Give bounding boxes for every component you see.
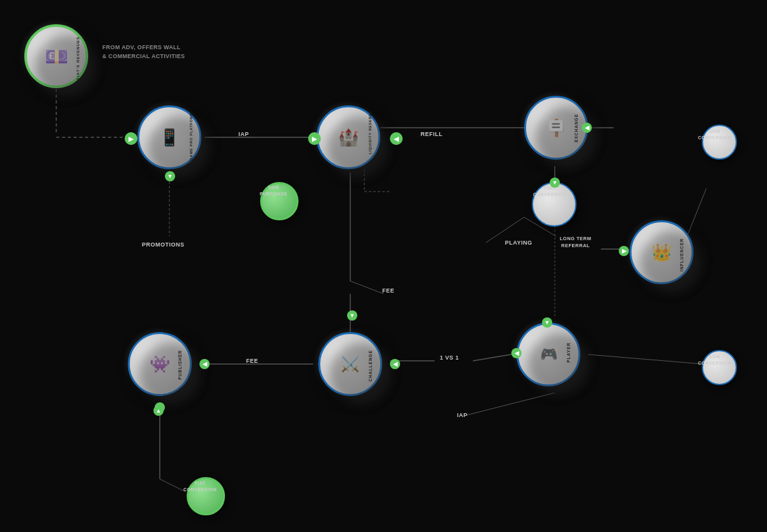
playing-label: PLAYING [505,239,532,246]
arrow-fiat-conv-top: ▼ [550,178,560,188]
arrow-sgame-left: ▶ [125,132,137,145]
arrow-to-influencer: ▶ [619,246,629,256]
arrow-to-challenge: ◀ [390,359,400,369]
svg-line-19 [467,393,555,415]
arrow-from-exchange: ◀ [390,132,403,145]
arrow-to-player: ◀ [511,348,522,358]
long-term-referral-label: LONG TERMREFERRAL [555,235,596,249]
arrow-publisher-down: ▲ [153,406,164,416]
svg-line-18 [588,354,703,364]
promotions-label: PROMOTIONS [142,241,185,248]
diagram: FROM ADV, OFFERS WALL & COMMERCIAL ACTIV… [0,0,767,532]
arrow-to-publisher: ◀ [199,359,210,369]
arrow-exchange-right: ◀ [582,123,592,133]
fiat-conversion-bottom-label: FIATCONVERSION [178,480,222,493]
sgm-purchase-label: SGMPURCHASE [254,184,293,197]
arrow-down-to-challenge: ▼ [347,310,357,321]
arrow-player-up: ▼ [542,317,552,328]
svg-line-11 [350,281,384,294]
iap-bottom-label: IAP [457,412,468,418]
svg-line-9 [687,188,706,236]
fee-bottom-label: FEE [246,358,258,364]
sgm-conversion-top-label: SGMCONVERSION [692,128,738,141]
fee-top-label: FEE [382,287,394,294]
svg-line-17 [473,354,511,361]
sgame-pro-shadow [148,116,209,177]
influencer-shadow [640,231,701,292]
one-vs-one-label: 1 VS 1 [440,354,459,361]
exchange-shadow [536,107,596,167]
sgm-conversion-bottom-label: SGMCONVERSION [692,353,738,367]
liquidity-reserve-shadow [327,116,388,177]
challenge-shadow [330,343,391,404]
player-shadow [528,333,589,394]
svg-line-6 [486,217,524,243]
info-text: FROM ADV, OFFERS WALL & COMMERCIAL ACTIV… [102,43,185,61]
fiat-revenues-shadow [35,35,96,96]
arrow-liquidity-left: ▶ [308,132,321,145]
arrow-sgame-down: ▼ [165,171,175,181]
iap-top-label: IAP [238,131,249,137]
fiat-conversion-top-label: FIATCONVERSION [527,185,573,198]
refill-label: REFILL [421,131,443,137]
publisher-shadow [139,343,200,404]
